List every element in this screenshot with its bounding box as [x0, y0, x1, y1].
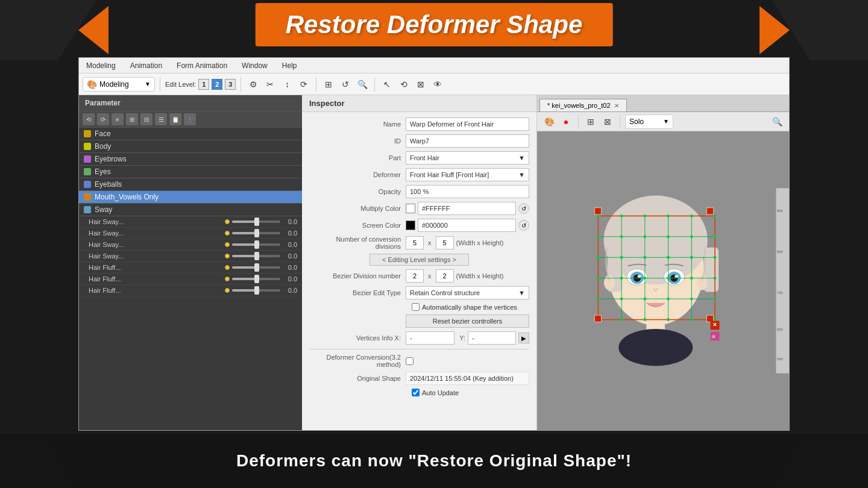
canvas-tool-2[interactable]: ● — [559, 114, 573, 129]
screen-color-reset-button[interactable]: ↺ — [518, 220, 529, 231]
field-screen-color-value[interactable]: #000000 — [418, 219, 516, 232]
param-row-4[interactable]: Hair Fluff... 0.0 — [79, 262, 302, 274]
divisions-height-input[interactable]: 5 — [436, 236, 454, 249]
param-row-6[interactable]: Hair Fluff... 0.0 — [79, 285, 302, 296]
tool-icon-4[interactable]: ⟳ — [297, 77, 311, 92]
group-label-sway: Sway — [95, 205, 112, 214]
field-name-row: Name Warp Deformer of Front Hair — [302, 116, 536, 133]
field-part-dropdown[interactable]: Front Hair ▼ — [406, 151, 529, 164]
group-label-mouth: Mouth_Vowels Only — [95, 193, 159, 201]
param-slider-5[interactable] — [225, 277, 280, 281]
vertices-expand-button[interactable]: ▶ — [518, 333, 529, 343]
tool-icon-5[interactable]: ⊞ — [321, 77, 336, 92]
group-sway[interactable]: Sway — [79, 204, 302, 216]
group-mouth[interactable]: Mouth_Vowels Only — [79, 191, 302, 204]
slider-track-0[interactable] — [232, 221, 280, 223]
group-eyebrows[interactable]: Eyebrows — [79, 153, 302, 166]
field-bezier-edit-dropdown[interactable]: Retain Control structure ▼ — [406, 286, 529, 299]
slider-track-6[interactable] — [232, 289, 280, 292]
field-name-value[interactable]: Warp Deformer of Front Hair — [406, 117, 529, 131]
screen-color-swatch[interactable] — [406, 221, 415, 230]
canvas-tool-3[interactable]: ⊞ — [583, 114, 598, 129]
slider-track-2[interactable] — [232, 243, 280, 246]
canvas-viewport[interactable]: 900 800 700 600 500 ✕ ⊞ — [537, 131, 789, 430]
field-opacity-value[interactable]: 100 % — [406, 185, 529, 198]
param-tb-icon-4[interactable]: ⊞ — [126, 113, 138, 125]
param-slider-1[interactable] — [225, 231, 280, 236]
canvas-tab-main[interactable]: * kei_vowels_pro_t02 ✕ — [539, 99, 627, 111]
editing-level-settings-button[interactable]: < Editing Level settings > — [370, 254, 469, 266]
canvas-tool-1[interactable]: 🎨 — [542, 114, 556, 129]
bezier-height-input[interactable]: 2 — [436, 269, 454, 283]
param-tb-icon-6[interactable]: ☰ — [155, 113, 167, 125]
param-tb-icon-3[interactable]: ≡ — [112, 113, 124, 125]
menu-window[interactable]: Window — [239, 60, 270, 71]
field-deformer-dropdown[interactable]: Front Hair Fluff [Front Hair] ▼ — [406, 168, 529, 181]
deformer-conv-checkbox[interactable] — [406, 357, 414, 365]
param-tb-icon-8[interactable]: ⋮ — [184, 113, 196, 125]
tool-icon-8[interactable]: ↖ — [380, 77, 394, 92]
slider-track-1[interactable] — [232, 232, 280, 234]
field-divisions-label: Number of conversion divisions — [309, 236, 406, 250]
param-tb-icon-7[interactable]: 📋 — [169, 113, 181, 125]
edit-level-3[interactable]: 3 — [225, 79, 236, 90]
field-name-label: Name — [309, 120, 406, 128]
tool-icon-2[interactable]: ✂ — [263, 77, 277, 92]
param-row-1[interactable]: Hair Sway... 0.0 — [79, 228, 302, 239]
group-eyeballs[interactable]: Eyeballs — [79, 178, 302, 191]
tool-icon-3[interactable]: ↕ — [280, 77, 294, 92]
param-row-2[interactable]: Hair Sway... 0.0 — [79, 239, 302, 251]
svg-point-44 — [597, 277, 600, 280]
auto-update-checkbox[interactable] — [412, 389, 420, 396]
field-vertices-y[interactable]: - — [468, 331, 516, 345]
group-body[interactable]: Body — [79, 140, 302, 153]
param-slider-6[interactable] — [225, 288, 280, 293]
param-tb-icon-5[interactable]: ⊟ — [140, 113, 153, 125]
svg-point-16 — [697, 275, 707, 290]
svg-rect-62 — [707, 208, 714, 214]
group-face[interactable]: Face — [79, 128, 302, 140]
mode-dropdown[interactable]: 🎨 Modeling ▼ — [83, 77, 155, 92]
param-row-0[interactable]: Hair Sway... 0.0 — [79, 216, 302, 228]
slider-track-5[interactable] — [232, 278, 280, 280]
reset-bezier-button[interactable]: Reset bezier controllers — [406, 314, 529, 328]
menu-form-animation[interactable]: Form Animation — [174, 60, 230, 71]
multiply-color-reset-button[interactable]: ↺ — [518, 203, 529, 214]
tool-icon-10[interactable]: ⊠ — [414, 77, 428, 92]
tool-icon-1[interactable]: ⚙ — [246, 77, 260, 92]
multiply-color-swatch[interactable] — [406, 204, 415, 213]
param-tb-icon-2[interactable]: ⟳ — [97, 113, 109, 125]
param-name-3: Hair Sway... — [89, 252, 225, 260]
canvas-search-icon[interactable]: 🔍 — [770, 114, 784, 129]
auto-shape-checkbox[interactable] — [412, 303, 420, 311]
slider-track-4[interactable] — [232, 266, 280, 269]
param-slider-2[interactable] — [225, 242, 280, 247]
edit-level-1[interactable]: 1 — [198, 79, 209, 90]
field-id-value[interactable]: Warp7 — [406, 134, 529, 148]
param-tb-icon-1[interactable]: ⟲ — [83, 113, 95, 125]
field-original-shape-row: Original Shape 2024/12/11 15:55:04 (Key … — [302, 370, 536, 387]
tool-icon-6[interactable]: ↺ — [338, 77, 353, 92]
field-multiply-color-value[interactable]: #FFFFFF — [418, 202, 516, 215]
bezier-width-input[interactable]: 2 — [406, 269, 424, 283]
solo-dropdown[interactable]: Solo ▼ — [625, 114, 673, 129]
tool-icon-11[interactable]: 👁 — [430, 77, 445, 92]
canvas-tool-4[interactable]: ⊠ — [600, 114, 615, 129]
menu-modeling[interactable]: Modeling — [84, 60, 118, 71]
chevron-down-icon-3: ▼ — [518, 289, 525, 296]
divisions-width-input[interactable]: 5 — [406, 236, 424, 249]
edit-level-2[interactable]: 2 — [212, 79, 222, 90]
menu-help[interactable]: Help — [280, 60, 300, 71]
field-vertices-x[interactable]: - — [406, 331, 454, 345]
tool-icon-9[interactable]: ⟲ — [397, 77, 411, 92]
param-slider-3[interactable] — [225, 254, 280, 258]
param-row-3[interactable]: Hair Sway... 0.0 — [79, 251, 302, 262]
param-slider-4[interactable] — [225, 265, 280, 270]
param-row-5[interactable]: Hair Fluff... 0.0 — [79, 274, 302, 285]
menu-animation[interactable]: Animation — [128, 60, 165, 71]
tool-icon-7[interactable]: 🔍 — [355, 77, 370, 92]
slider-track-3[interactable] — [232, 255, 280, 257]
tab-close-button[interactable]: ✕ — [614, 102, 619, 109]
group-eyes[interactable]: Eyes — [79, 166, 302, 178]
param-slider-0[interactable] — [225, 219, 280, 224]
